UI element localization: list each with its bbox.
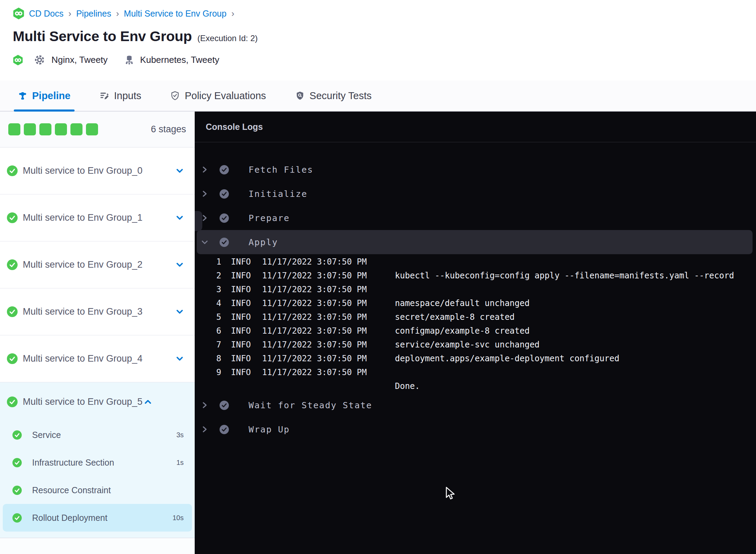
- log-message: namespace/default unchanged: [395, 298, 530, 308]
- stage-row-0[interactable]: Multi service to Env Group_0: [0, 147, 195, 194]
- chevron-down-icon[interactable]: [174, 165, 185, 176]
- log-timestamp: 11/17/2022 3:07:50 PM: [262, 271, 368, 280]
- substep-duration: 3s: [176, 431, 184, 439]
- step-label: Wait for Steady State: [249, 400, 372, 410]
- tab-security-tests[interactable]: Security Tests: [291, 80, 376, 111]
- stage-status-squares: [8, 123, 98, 135]
- stage-row-5[interactable]: Multi service to Env Group_5: [0, 382, 195, 421]
- log-level: INFO: [231, 298, 252, 308]
- log-line-number: 4: [195, 298, 221, 308]
- substep-resource-constraint[interactable]: Resource Constraint: [0, 476, 195, 504]
- step-success-check-icon: [220, 189, 229, 199]
- stage-expanded-section: Multi service to Env Group_5 Service 3s …: [0, 382, 195, 538]
- success-check-icon: [7, 306, 18, 317]
- log-line: 7 INFO 11/17/2022 3:07:50 PM service/exa…: [195, 338, 756, 352]
- console-header: Console Logs: [195, 112, 756, 142]
- log-level: INFO: [231, 340, 252, 350]
- stage-label: Multi service to Env Group_0: [23, 165, 143, 176]
- chevron-down-icon[interactable]: [174, 353, 185, 364]
- substep-duration: 1s: [176, 459, 184, 467]
- pipeline-icon: [18, 91, 27, 101]
- substep-infrastructure[interactable]: Infrastructure Section 1s: [0, 449, 195, 476]
- console-step-prepare[interactable]: Prepare: [195, 206, 756, 230]
- log-timestamp: 11/17/2022 3:07:50 PM: [262, 340, 368, 350]
- breadcrumb-separator: ›: [231, 8, 235, 19]
- chevron-down-icon[interactable]: [174, 306, 185, 317]
- chevron-right-icon: [201, 166, 209, 173]
- apply-log-block: 1 INFO 11/17/2022 3:07:50 PM 2 INFO 11/1…: [195, 254, 756, 393]
- log-message: kubectl --kubeconfig=config apply --file…: [395, 271, 734, 280]
- substep-service[interactable]: Service 3s: [0, 421, 195, 449]
- log-line-number: 3: [195, 285, 221, 294]
- chevron-down-icon[interactable]: [174, 212, 185, 223]
- console-logs-panel: Console Logs Fetch Files Initialize Prep…: [195, 112, 756, 554]
- chevron-right-icon: [201, 190, 209, 198]
- log-timestamp: 11/17/2022 3:07:50 PM: [262, 326, 368, 336]
- log-level: INFO: [231, 354, 252, 363]
- tab-policy-evaluations[interactable]: Policy Evaluations: [166, 80, 270, 111]
- gear-icon: [34, 54, 45, 66]
- breadcrumb-item-pipelines[interactable]: Pipelines: [76, 9, 111, 19]
- substep-rollout-deployment[interactable]: Rollout Deployment 10s: [3, 504, 192, 532]
- log-timestamp: 11/17/2022 3:07:50 PM: [262, 257, 368, 267]
- console-step-wrap-up[interactable]: Wrap Up: [195, 417, 756, 441]
- success-check-icon: [7, 165, 18, 176]
- success-check-icon: [12, 430, 22, 440]
- stage-row-4[interactable]: Multi service to Env Group_4: [0, 335, 195, 382]
- harness-cd-logo-icon: [13, 8, 25, 19]
- success-check-icon: [7, 212, 18, 223]
- console-body: Fetch Files Initialize Prepare Apply: [195, 142, 756, 441]
- stage-row-2[interactable]: Multi service to Env Group_2: [0, 241, 195, 288]
- breadcrumb-item-cd-docs[interactable]: CD Docs: [29, 9, 64, 19]
- stage-status-square: [24, 123, 36, 135]
- execution-id: (Execution Id: 2): [197, 34, 258, 43]
- log-line: 4 INFO 11/17/2022 3:07:50 PM namespace/d…: [195, 296, 756, 310]
- chevron-down-icon[interactable]: [174, 259, 185, 270]
- chevron-down-icon: [201, 238, 209, 246]
- step-label: Prepare: [249, 213, 290, 223]
- sidebar-footer: [0, 538, 195, 554]
- step-success-check-icon: [220, 238, 229, 247]
- step-success-check-icon: [220, 213, 229, 223]
- log-line-number: 1: [195, 257, 221, 267]
- success-check-icon: [12, 458, 22, 467]
- stage-label: Multi service to Env Group_3: [23, 306, 143, 317]
- tab-policy-evaluations-label: Policy Evaluations: [185, 90, 266, 102]
- substep-label: Resource Constraint: [32, 485, 111, 495]
- tab-bar: Pipeline Inputs Policy Eval: [0, 80, 756, 112]
- page-title: Multi Service to Env Group: [13, 28, 192, 45]
- stage-label: Multi service to Env Group_5: [23, 397, 143, 407]
- substep-label: Rollout Deployment: [32, 513, 107, 523]
- environments-label: Kubernetes, Tweety: [140, 55, 219, 65]
- log-line: 8 INFO 11/17/2022 3:07:50 PM deployment.…: [195, 352, 756, 365]
- panel-resize-handle[interactable]: [195, 211, 202, 231]
- infrastructure-icon: [124, 55, 135, 65]
- stage-status-square: [86, 123, 98, 135]
- policy-shield-icon: [170, 91, 180, 101]
- chevron-up-icon[interactable]: [143, 397, 153, 407]
- log-level: INFO: [231, 257, 252, 267]
- mouse-cursor-icon: [445, 487, 456, 502]
- console-step-fetch-files[interactable]: Fetch Files: [195, 157, 756, 182]
- stage-row-1[interactable]: Multi service to Env Group_1: [0, 194, 195, 241]
- console-step-initialize[interactable]: Initialize: [195, 182, 756, 206]
- pipeline-execution-page: CD Docs › Pipelines › Multi Service to E…: [0, 0, 756, 554]
- breadcrumb-item-pipeline-name[interactable]: Multi Service to Env Group: [124, 9, 226, 19]
- log-line-number: 7: [195, 340, 221, 350]
- title-row: Multi Service to Env Group (Execution Id…: [13, 28, 756, 45]
- log-level: INFO: [231, 312, 252, 322]
- stage-row-3[interactable]: Multi service to Env Group_3: [0, 288, 195, 335]
- console-step-wait-for-steady-state[interactable]: Wait for Steady State: [195, 393, 756, 417]
- stage-label: Multi service to Env Group_1: [23, 212, 143, 223]
- tab-inputs[interactable]: Inputs: [95, 80, 145, 111]
- log-timestamp: 11/17/2022 3:07:50 PM: [262, 312, 368, 322]
- log-message: service/example-svc unchanged: [395, 340, 540, 350]
- breadcrumb-separator: ›: [116, 8, 119, 19]
- tab-pipeline[interactable]: Pipeline: [14, 80, 75, 111]
- console-step-apply[interactable]: Apply: [197, 230, 753, 254]
- substep-label: Infrastructure Section: [32, 458, 114, 468]
- log-line-number: 9: [195, 367, 221, 377]
- stages-count-label: 6 stages: [151, 124, 186, 135]
- log-line-done: Done.: [195, 379, 756, 393]
- chevron-right-icon: [201, 401, 209, 409]
